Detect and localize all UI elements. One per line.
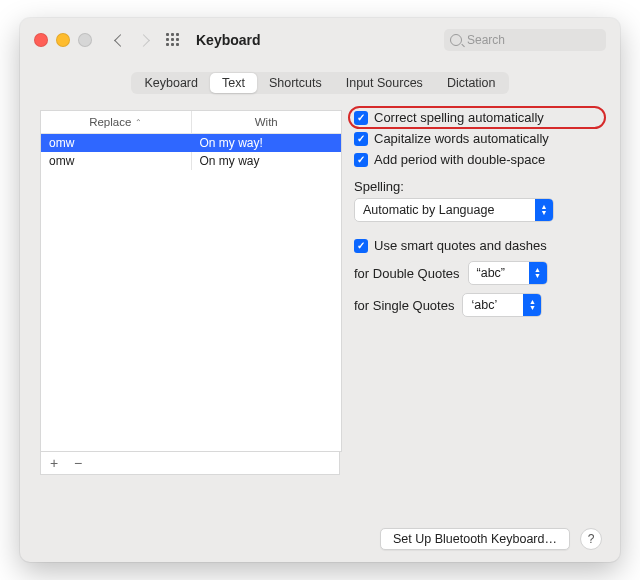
bottom-bar: Set Up Bluetooth Keyboard… ? <box>20 516 620 562</box>
spelling-label: Spelling: <box>354 179 600 194</box>
apps-grid-icon[interactable] <box>166 33 180 47</box>
single-quotes-row: for Single Quotes ‘abc’ ▲▼ <box>354 293 600 317</box>
add-button[interactable]: + <box>47 455 61 471</box>
search-icon <box>450 34 462 46</box>
tab-text[interactable]: Text <box>210 73 257 93</box>
double-quotes-row: for Double Quotes “abc” ▲▼ <box>354 261 600 285</box>
close-icon[interactable] <box>34 33 48 47</box>
zoom-icon <box>78 33 92 47</box>
sort-asc-icon: ⌃ <box>135 118 142 127</box>
remove-button[interactable]: − <box>71 455 85 471</box>
double-quotes-select[interactable]: “abc” ▲▼ <box>468 261 548 285</box>
opt-double-space-period[interactable]: ✓ Add period with double-space <box>354 152 600 167</box>
opt-capitalize-words[interactable]: ✓ Capitalize words automatically <box>354 131 600 146</box>
tab-shortcuts[interactable]: Shortcuts <box>257 73 334 93</box>
updown-icon: ▲▼ <box>535 199 553 221</box>
titlebar: Keyboard Search <box>20 18 620 62</box>
tab-dictation[interactable]: Dictation <box>435 73 508 93</box>
replacements-table[interactable]: Replace⌃ With omw On my way! omw On my w… <box>40 110 342 452</box>
keyboard-prefs-window: Keyboard Search Keyboard Text Shortcuts … <box>20 18 620 562</box>
window-title: Keyboard <box>196 32 261 48</box>
spelling-select[interactable]: Automatic by Language ▲▼ <box>354 198 554 222</box>
options-panel: ✓ Correct spelling automatically ✓ Capit… <box>354 110 600 317</box>
window-controls <box>34 33 92 47</box>
forward-button <box>137 34 150 47</box>
bluetooth-setup-button[interactable]: Set Up Bluetooth Keyboard… <box>380 528 570 550</box>
checkbox-checked-icon[interactable]: ✓ <box>354 132 368 146</box>
checkbox-checked-icon[interactable]: ✓ <box>354 239 368 253</box>
updown-icon: ▲▼ <box>523 294 541 316</box>
table-footer: + − <box>40 452 340 475</box>
opt-correct-spelling[interactable]: ✓ Correct spelling automatically <box>354 110 600 125</box>
single-quotes-select[interactable]: ‘abc’ ▲▼ <box>462 293 542 317</box>
replacements-panel: Replace⌃ With omw On my way! omw On my w… <box>40 110 340 475</box>
back-button[interactable] <box>114 34 127 47</box>
tab-keyboard[interactable]: Keyboard <box>132 73 210 93</box>
checkbox-checked-icon[interactable]: ✓ <box>354 153 368 167</box>
minimize-icon[interactable] <box>56 33 70 47</box>
col-replace[interactable]: Replace⌃ <box>41 111 191 133</box>
col-with[interactable]: With <box>191 111 342 133</box>
table-row[interactable]: omw On my way <box>41 152 341 170</box>
help-button[interactable]: ? <box>580 528 602 550</box>
search-placeholder: Search <box>467 33 505 47</box>
tab-input-sources[interactable]: Input Sources <box>334 73 435 93</box>
nav-buttons <box>116 36 148 45</box>
table-row[interactable]: omw On my way! <box>41 134 341 152</box>
search-input[interactable]: Search <box>444 29 606 51</box>
opt-smart-quotes[interactable]: ✓ Use smart quotes and dashes <box>354 238 600 253</box>
checkbox-checked-icon[interactable]: ✓ <box>354 111 368 125</box>
tabbar: Keyboard Text Shortcuts Input Sources Di… <box>20 72 620 94</box>
updown-icon: ▲▼ <box>529 262 547 284</box>
